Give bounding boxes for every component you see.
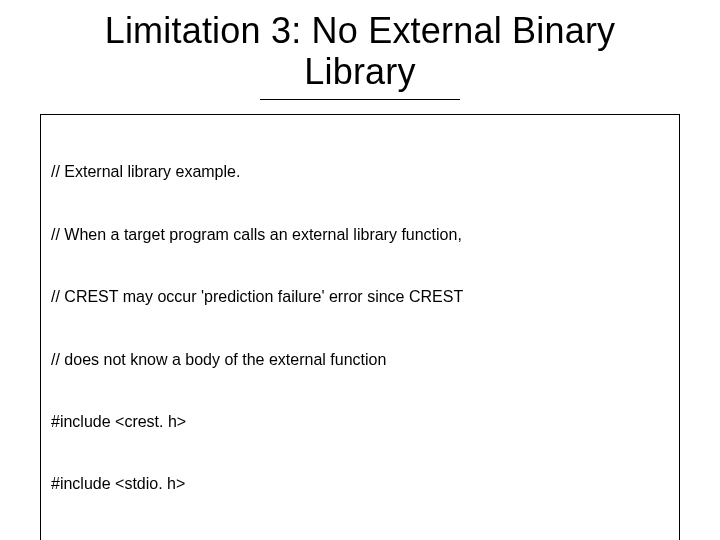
title-line-1: Limitation 3: No External Binary — [105, 10, 616, 51]
code-line-include: #include <crest. h> — [51, 412, 669, 433]
code-line-comment: // When a target program calls an extern… — [51, 225, 669, 246]
title-line-2: Library — [304, 51, 415, 92]
slide-title: Limitation 3: No External Binary Library — [40, 10, 680, 93]
code-line-comment: // does not know a body of the external … — [51, 350, 669, 371]
title-underline — [260, 99, 460, 100]
code-box: // External library example. // When a t… — [40, 114, 680, 540]
slide: Limitation 3: No External Binary Library… — [0, 0, 720, 540]
code-line-comment: // CREST may occur 'prediction failure' … — [51, 287, 669, 308]
code-line-include: #include <stdio. h> — [51, 474, 669, 495]
code-line-comment: // External library example. — [51, 162, 669, 183]
